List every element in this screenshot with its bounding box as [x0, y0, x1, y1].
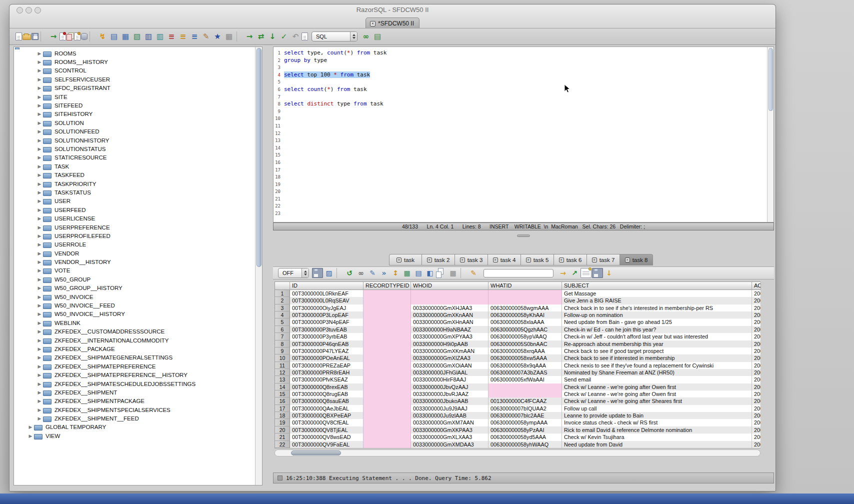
grid-horizontal-scrollbar[interactable]: [274, 450, 760, 456]
table-refresh-icon[interactable]: ▧: [132, 31, 142, 42]
disclosure-triangle-icon[interactable]: ▶: [36, 112, 43, 116]
disclosure-triangle-icon[interactable]: ▶: [36, 164, 43, 169]
disclosure-triangle-icon[interactable]: ▶: [36, 382, 43, 386]
disclosure-triangle-icon[interactable]: ▶: [36, 198, 43, 204]
close-icon[interactable]: ×: [493, 258, 498, 262]
copy-results-icon[interactable]: [436, 268, 447, 278]
disclosure-triangle-icon[interactable]: ▶: [36, 94, 43, 100]
tree-item[interactable]: ▶TASKFEED: [14, 170, 255, 179]
tree-item[interactable]: ▶SOLUTION: [14, 118, 255, 127]
tree-item[interactable]: ▶WEBLINK: [14, 318, 255, 327]
table-row[interactable]: 800T3000000P46qnEAB0033000000H9i0pAAB006…: [275, 340, 760, 348]
disclosure-triangle-icon[interactable]: ▶: [27, 434, 34, 438]
tree-item[interactable]: ▶STATICRESOURCE: [14, 154, 255, 162]
table-row[interactable]: 300T3000000OiyJgEAJ0033000000GmXHJAA3006…: [275, 304, 760, 312]
disclosure-triangle-icon[interactable]: ▶: [36, 268, 43, 273]
table-tools-icon[interactable]: ▦: [402, 268, 412, 278]
tree-item[interactable]: ▶SOLUTIONFEED: [14, 128, 255, 136]
disclosure-triangle-icon[interactable]: ▶: [36, 208, 43, 212]
table-row[interactable]: 1900T3000000QV8CfEAL0033000000GmXM7AAN00…: [275, 419, 760, 426]
table-row[interactable]: 1200T3000000PRR8rEAH0033000000JFhGlAAL00…: [275, 369, 760, 376]
new-file-icon[interactable]: [16, 32, 22, 40]
view-glasses-icon[interactable]: ∞: [356, 268, 366, 278]
table-row[interactable]: 900T3000000P47LYEAZ0033000000GmXKmAAN006…: [275, 348, 760, 354]
result-tab[interactable]: ×task: [389, 254, 422, 266]
result-tab[interactable]: ×task 6: [554, 254, 587, 266]
tree-item[interactable]: ▶ZKFEDEX__SHIPMENTSPECIALSERVICES: [14, 406, 255, 414]
table-row[interactable]: 2000T3000000QV8TjEAL0033000000GmXKPAA300…: [275, 426, 760, 434]
tree-item[interactable]: ▶ZKFEDEX__PACKAGE: [14, 344, 255, 353]
tree-item[interactable]: ▶ZKFEDEX__SHIPMENTPACKAGE: [14, 397, 255, 406]
editor-code[interactable]: select type, count(*) from taskgroup by …: [284, 50, 766, 218]
table-row[interactable]: 1800T3000000QBXPeEAP0033000000Ju9zlAAB00…: [275, 412, 760, 419]
stepper-arrows-icon[interactable]: [302, 268, 308, 278]
checklist-icon[interactable]: ▤: [108, 31, 120, 42]
tree-item[interactable]: ▶VENDOR: [14, 249, 255, 258]
editor-scrollbar[interactable]: [767, 47, 774, 222]
tree-item[interactable]: ▶USERROLE: [14, 240, 255, 249]
tree-scrollbar[interactable]: [255, 47, 262, 485]
column-header[interactable]: RECORDTYPEID: [364, 282, 411, 290]
tree-item[interactable]: ▶W50_GROUP: [14, 275, 255, 284]
table-row[interactable]: 1400T3000000Q8rexEAB0033000000JbvQzAAJCh…: [275, 384, 760, 390]
close-icon[interactable]: ×: [370, 21, 376, 26]
disclosure-triangle-icon[interactable]: ▶: [36, 277, 43, 282]
edit-sql-icon[interactable]: ✎: [200, 31, 212, 42]
column-header[interactable]: WHOID: [411, 282, 488, 290]
column-header[interactable]: ID: [290, 282, 364, 290]
result-tab[interactable]: ×task 4: [488, 254, 521, 266]
column-header[interactable]: AC: [752, 282, 761, 290]
columns-icon[interactable]: ▤: [413, 268, 424, 278]
open-file-icon[interactable]: [22, 34, 31, 40]
disclosure-triangle-icon[interactable]: ▶: [36, 294, 43, 300]
tree-item[interactable]: ▶TASKSTATUS: [14, 188, 255, 196]
favorites-icon[interactable]: ★: [212, 31, 223, 42]
disclosure-triangle-icon[interactable]: ▶: [36, 416, 43, 421]
disclosure-triangle-icon[interactable]: ▶: [36, 338, 43, 343]
panel-splitter[interactable]: [264, 46, 272, 486]
grid-scrollbar-thumb[interactable]: [291, 450, 341, 456]
disclosure-triangle-icon[interactable]: ▶: [36, 408, 43, 412]
table-row[interactable]: 1600T3000000Q8sauEAB0033000000JbukoAAB00…: [275, 398, 760, 404]
format-icon[interactable]: ≡: [189, 31, 200, 42]
close-icon[interactable]: ×: [592, 258, 597, 262]
tree-item[interactable]: ▶ZKFEDEX__SHIPMATEPREFERENCE__HISTORY: [14, 370, 255, 379]
script-icon[interactable]: [580, 268, 592, 278]
tree-item[interactable]: ▶ZKFEDEX__CUSTOMADDRESSSOURCE: [14, 328, 255, 336]
tree-item[interactable]: ▶W50_INVOICE__FEED: [14, 301, 255, 310]
tree-item[interactable]: ▶USER: [14, 197, 255, 206]
disclosure-triangle-icon[interactable]: ▶: [36, 251, 43, 256]
sort-updown-icon[interactable]: ↕: [390, 268, 401, 278]
table-row[interactable]: 1700T3000000QAeJbEAL0033000000Ju9J9AAJ00…: [275, 405, 760, 412]
disclosure-triangle-icon[interactable]: ▶: [36, 286, 43, 290]
close-icon[interactable]: ×: [526, 258, 531, 262]
disclosure-triangle-icon[interactable]: ▶: [36, 155, 43, 160]
tree-item[interactable]: ▶ZKFEDEX__SHIPMATEGENERALSETTINGS: [14, 354, 255, 362]
tree-item[interactable]: ▶SOLUTIONHISTORY: [14, 136, 255, 144]
disclosure-triangle-icon[interactable]: ▶: [36, 216, 43, 221]
disclosure-triangle-icon[interactable]: ▶: [36, 372, 43, 378]
tree-item[interactable]: ▶TASKPRIORITY: [14, 180, 255, 188]
tree-item[interactable]: ▶TASK: [14, 162, 255, 170]
connections-icon[interactable]: ∞: [360, 31, 372, 42]
tree-item[interactable]: ▶ZKFEDEX__INTERNATIONALCOMMODITY: [14, 336, 255, 344]
disclosure-triangle-icon[interactable]: ▶: [36, 346, 43, 352]
tree-item[interactable]: ▶USERFEED: [14, 206, 255, 214]
result-tab[interactable]: ×task 8: [620, 254, 653, 266]
table-row[interactable]: 500T3000000P3N4pEAF0033000000GmXHnAAN006…: [275, 318, 760, 326]
tree-item[interactable]: ▶VOTE: [14, 266, 255, 275]
commit-icon[interactable]: ✓: [278, 31, 290, 42]
database-icon[interactable]: [81, 33, 88, 40]
close-icon[interactable]: ×: [559, 258, 564, 262]
tree-item[interactable]: ▶W50_INVOICE: [14, 292, 255, 301]
new-connection-icon[interactable]: [74, 32, 80, 40]
filter-sort-icon[interactable]: ▨: [324, 268, 334, 278]
tree-item[interactable]: ▶VIEW: [14, 432, 255, 440]
execute-icon[interactable]: →: [244, 31, 255, 42]
tree-item[interactable]: ▶ROOMS: [14, 49, 255, 58]
tree-item[interactable]: ▶SELFSERVICEUSER: [14, 75, 255, 84]
table-row[interactable]: 1300T3000000PfvKSEAZ0033000000HirF8AAJ00…: [275, 376, 760, 383]
disclosure-triangle-icon[interactable]: ▶: [36, 329, 43, 334]
tree-item[interactable]: ▶USERPREFERENCE: [14, 223, 255, 232]
rollback-icon[interactable]: ↶: [290, 31, 301, 42]
